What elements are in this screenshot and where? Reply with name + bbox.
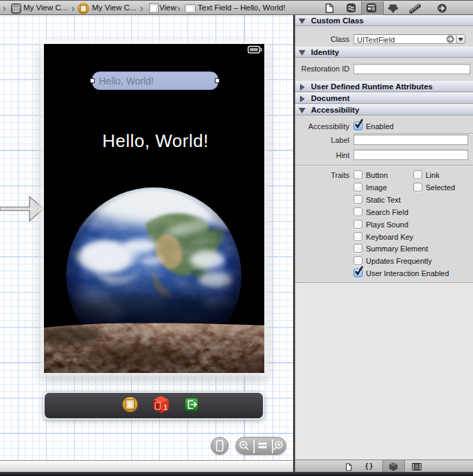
svg-text:1: 1 xyxy=(163,403,168,411)
